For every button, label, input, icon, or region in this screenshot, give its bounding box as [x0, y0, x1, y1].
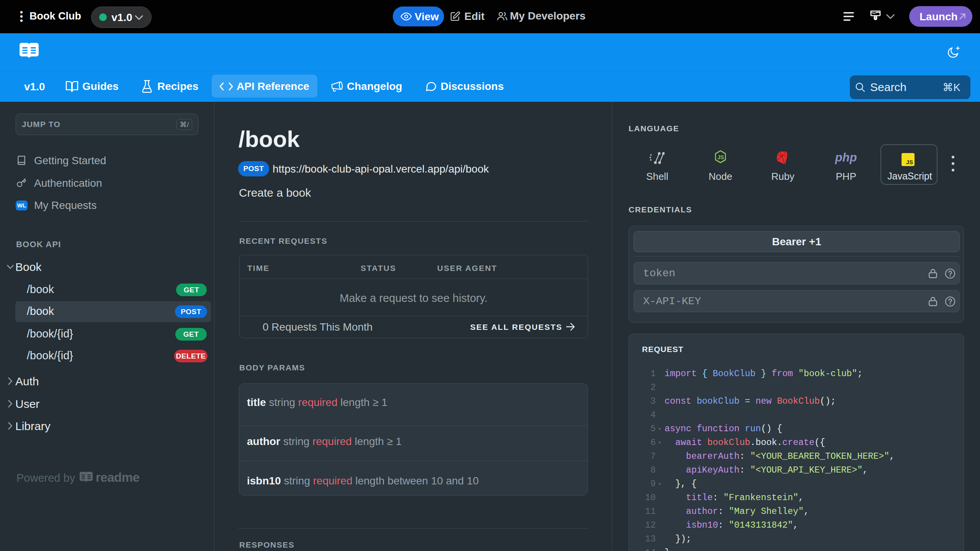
- svg-text:JS: JS: [717, 154, 724, 160]
